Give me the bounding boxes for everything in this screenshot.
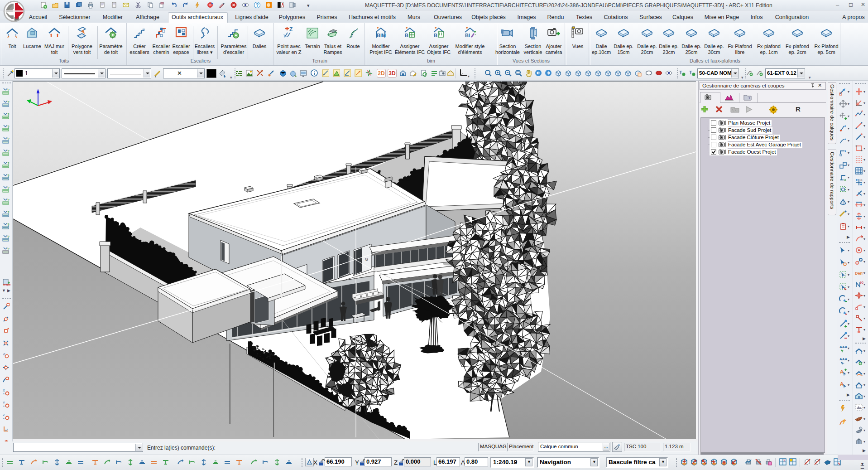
svg-text:?: ? [7,235,10,239]
svg-text:?: ? [7,88,10,92]
svg-text:?: ? [7,149,10,153]
svg-text:AAA: AAA [839,357,848,361]
svg-text:T: T [679,70,682,75]
svg-text:?: ? [7,198,10,202]
svg-text:BI: BI [465,33,470,38]
svg-text:Z: Z [289,26,293,33]
svg-text:BIM: BIM [377,33,386,38]
svg-text:www: www [3,283,10,286]
svg-text:T: T [689,70,692,75]
svg-text:A: A [840,369,844,374]
svg-text:?: ? [7,223,10,227]
svg-text:?: ? [7,125,10,129]
svg-text:?: ? [7,100,10,104]
svg-text:B: B [434,33,437,38]
svg-text:G: G [365,257,368,262]
svg-text:?: ? [7,186,10,190]
svg-text:d: d [3,352,5,356]
svg-text:®: ® [860,179,863,182]
svg-text:A: A [840,381,844,387]
svg-text:?: ? [7,137,10,141]
svg-text:a: a [844,178,846,182]
svg-text:?: ? [7,161,10,165]
svg-text:Y: Y [3,401,5,405]
svg-text:B: B [405,33,408,38]
svg-text:?: ? [256,3,259,8]
svg-text:Den°: Den° [855,271,863,276]
svg-text:Z: Z [3,413,5,417]
svg-text:AAA: AAA [839,345,848,349]
svg-text:X: X [3,388,5,392]
svg-text:?: ? [7,247,10,251]
svg-text:?: ? [7,174,10,178]
svg-text:?: ? [7,210,10,214]
svg-text:?: ? [7,112,10,116]
svg-text:▾: ▾ [468,74,470,78]
svg-text:90°: 90° [860,281,863,284]
